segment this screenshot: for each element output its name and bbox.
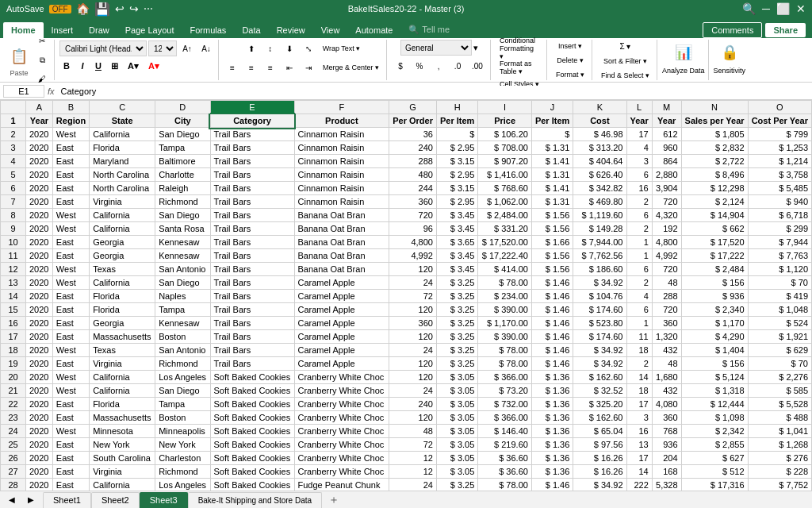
cell-C13[interactable]: California <box>90 276 155 290</box>
cell-G24[interactable]: 48 <box>389 425 437 438</box>
cell-F21[interactable]: Cranberry White Choc <box>294 384 389 398</box>
decrease-font-button[interactable]: A↓ <box>197 40 215 57</box>
cell-E25[interactable]: Soft Baked Cookies <box>210 438 294 452</box>
save-icon[interactable]: 💾 <box>94 2 110 17</box>
cell-K12[interactable]: $ 186.60 <box>573 263 626 276</box>
cell-B27[interactable]: East <box>52 465 89 479</box>
cell-D23[interactable]: Boston <box>155 411 210 425</box>
cell-reference-input[interactable] <box>3 85 44 98</box>
cell-E20[interactable]: Soft Baked Cookies <box>210 371 294 384</box>
cell-M27[interactable]: 168 <box>652 465 681 479</box>
cell-D4[interactable]: Baltimore <box>155 155 210 168</box>
col-header-D[interactable]: D <box>155 101 210 114</box>
cell-L9[interactable]: 2 <box>626 222 652 236</box>
header-cell-H[interactable]: Per Item <box>436 114 477 128</box>
cell-O22[interactable]: $ 5,528 <box>748 398 811 411</box>
cell-D28[interactable]: Los Angeles <box>155 479 210 491</box>
cell-J25[interactable]: $ 1.36 <box>531 438 573 452</box>
cell-I3[interactable]: $ 708.00 <box>478 141 532 155</box>
cell-O19[interactable]: $ 70 <box>748 357 811 371</box>
cell-E16[interactable]: Trail Bars <box>210 317 294 330</box>
row-num-19[interactable]: 19 <box>1 357 26 371</box>
cell-J23[interactable]: $ 1.36 <box>531 411 573 425</box>
row-num-15[interactable]: 15 <box>1 303 26 317</box>
cell-A9[interactable]: 2020 <box>26 222 53 236</box>
cell-G14[interactable]: 72 <box>389 290 437 303</box>
scroll-tabs-left[interactable]: ◀ <box>3 491 21 509</box>
fill-color-button[interactable]: A▾ <box>124 59 143 73</box>
row-num-9[interactable]: 9 <box>1 222 26 236</box>
find-select-button[interactable]: Find & Select ▾ <box>597 69 653 82</box>
cell-F15[interactable]: Caramel Apple <box>294 303 389 317</box>
cell-I28[interactable]: $ 78.00 <box>478 479 532 491</box>
col-header-H[interactable]: H <box>436 101 477 114</box>
header-cell-I[interactable]: Price <box>478 114 532 128</box>
cell-C27[interactable]: Virginia <box>90 465 155 479</box>
cell-O10[interactable]: $ 7,944 <box>748 236 811 249</box>
cell-K19[interactable]: $ 34.92 <box>573 357 626 371</box>
cell-E3[interactable]: Trail Bars <box>210 141 294 155</box>
cell-B13[interactable]: West <box>52 276 89 290</box>
cell-B25[interactable]: East <box>52 438 89 452</box>
cell-G27[interactable]: 12 <box>389 465 437 479</box>
cell-M14[interactable]: 288 <box>652 290 681 303</box>
insert-cells-button[interactable]: Insert ▾ <box>554 40 586 52</box>
cell-D5[interactable]: Charlotte <box>155 168 210 182</box>
col-header-A[interactable]: A <box>26 101 53 114</box>
cell-F18[interactable]: Caramel Apple <box>294 344 389 357</box>
cell-G18[interactable]: 24 <box>389 344 437 357</box>
cell-G17[interactable]: 120 <box>389 330 437 344</box>
cell-J26[interactable]: $ 1.36 <box>531 452 573 465</box>
cell-A13[interactable]: 2020 <box>26 276 53 290</box>
row-num-5[interactable]: 5 <box>1 168 26 182</box>
cell-C11[interactable]: Georgia <box>90 249 155 263</box>
cell-F7[interactable]: Cinnamon Raisin <box>294 195 389 209</box>
cell-L18[interactable]: 18 <box>626 344 652 357</box>
cell-E22[interactable]: Soft Baked Cookies <box>210 398 294 411</box>
cell-A4[interactable]: 2020 <box>26 155 53 168</box>
cell-E7[interactable]: Trail Bars <box>210 195 294 209</box>
percent-button[interactable]: % <box>411 57 428 75</box>
cell-M21[interactable]: 432 <box>652 384 681 398</box>
cell-D27[interactable]: Richmond <box>155 465 210 479</box>
sheet-tab-sheet1[interactable]: Sheet1 <box>43 492 91 508</box>
cell-M18[interactable]: 432 <box>652 344 681 357</box>
row-num-18[interactable]: 18 <box>1 344 26 357</box>
cell-E6[interactable]: Trail Bars <box>210 182 294 195</box>
cell-B22[interactable]: East <box>52 398 89 411</box>
row-num-11[interactable]: 11 <box>1 249 26 263</box>
cell-M2[interactable]: 612 <box>652 128 681 141</box>
cell-B8[interactable]: West <box>52 209 89 222</box>
cell-C26[interactable]: South Carolina <box>90 452 155 465</box>
cell-D16[interactable]: Kennesaw <box>155 317 210 330</box>
cell-I7[interactable]: $ 1,062.00 <box>478 195 532 209</box>
cell-C10[interactable]: Georgia <box>90 236 155 249</box>
cell-E28[interactable]: Soft Baked Cookies <box>210 479 294 491</box>
cell-G13[interactable]: 24 <box>389 276 437 290</box>
cell-A2[interactable]: 2020 <box>26 128 53 141</box>
cell-H26[interactable]: $ 3.05 <box>436 452 477 465</box>
cell-L21[interactable]: 18 <box>626 384 652 398</box>
cell-O25[interactable]: $ 1,268 <box>748 438 811 452</box>
col-header-O[interactable]: O <box>748 101 811 114</box>
cell-B18[interactable]: West <box>52 344 89 357</box>
cell-F27[interactable]: Cranberry White Choc <box>294 465 389 479</box>
tab-page-layout[interactable]: Page Layout <box>117 22 182 38</box>
cell-N22[interactable]: $ 12,444 <box>681 398 748 411</box>
cell-I9[interactable]: $ 331.20 <box>478 222 532 236</box>
cell-F13[interactable]: Caramel Apple <box>294 276 389 290</box>
cell-A10[interactable]: 2020 <box>26 236 53 249</box>
cell-G23[interactable]: 120 <box>389 411 437 425</box>
cell-J15[interactable]: $ 1.46 <box>531 303 573 317</box>
cell-K15[interactable]: $ 174.60 <box>573 303 626 317</box>
cell-O16[interactable]: $ 524 <box>748 317 811 330</box>
cell-E11[interactable]: Trail Bars <box>210 249 294 263</box>
cell-K24[interactable]: $ 65.04 <box>573 425 626 438</box>
cell-K10[interactable]: $ 7,944.00 <box>573 236 626 249</box>
cell-J24[interactable]: $ 1.36 <box>531 425 573 438</box>
row-num-25[interactable]: 25 <box>1 438 26 452</box>
cell-I8[interactable]: $ 2,484.00 <box>478 209 532 222</box>
header-cell-M[interactable]: Year <box>652 114 681 128</box>
font-family-select[interactable]: Calibri Light (Head... <box>59 40 147 56</box>
cell-M3[interactable]: 960 <box>652 141 681 155</box>
